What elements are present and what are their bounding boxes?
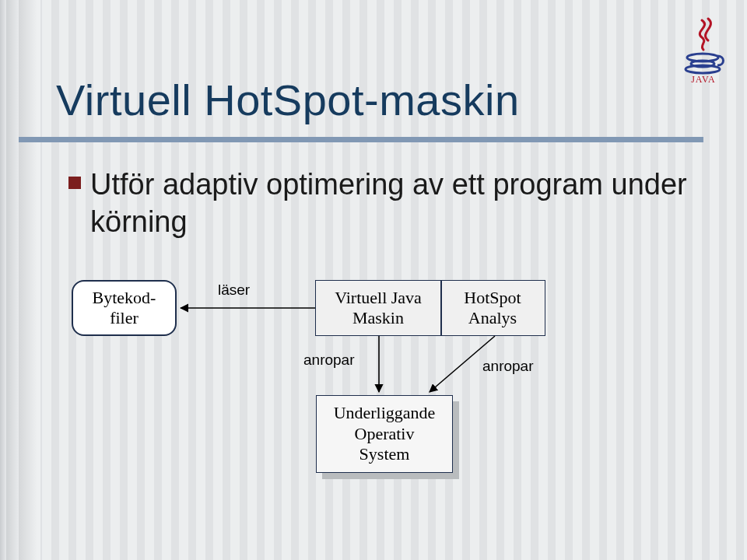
node-hotspot: HotSpot Analys <box>440 281 545 335</box>
java-logo-icon: JAVA <box>679 16 728 86</box>
node-divider <box>440 281 442 335</box>
node-bytecode-files: Bytekod- filer <box>72 280 177 336</box>
bullet-item: Utför adaptiv optimering av ett program … <box>90 166 708 240</box>
node-jvm: Virtuell Java Maskin <box>316 281 440 335</box>
java-logo-text: JAVA <box>679 74 728 86</box>
node-label: Bytekod- filer <box>93 288 156 329</box>
bullet-icon <box>68 177 81 189</box>
svg-point-2 <box>686 65 720 73</box>
node-label: HotSpot Analys <box>464 288 521 329</box>
edge-label-calls-left: anropar <box>303 352 355 369</box>
node-label: Virtuell Java Maskin <box>335 288 422 329</box>
edge-label-reads: läser <box>218 282 250 299</box>
node-os: Underliggande Operativ System <box>316 395 453 473</box>
slide: JAVA Virtuell HotSpot-maskin Utför adapt… <box>0 0 747 560</box>
node-group-jvm-hotspot: Virtuell Java Maskin HotSpot Analys <box>315 280 545 336</box>
slide-title: Virtuell HotSpot-maskin <box>56 75 520 125</box>
node-label: Underliggande Operativ System <box>334 403 436 464</box>
title-underline <box>19 137 703 142</box>
diagram: Bytekod- filer Virtuell Java Maskin HotS… <box>0 264 747 544</box>
edge-label-calls-right: anropar <box>482 358 534 375</box>
bullet-text: Utför adaptiv optimering av ett program … <box>90 166 708 240</box>
